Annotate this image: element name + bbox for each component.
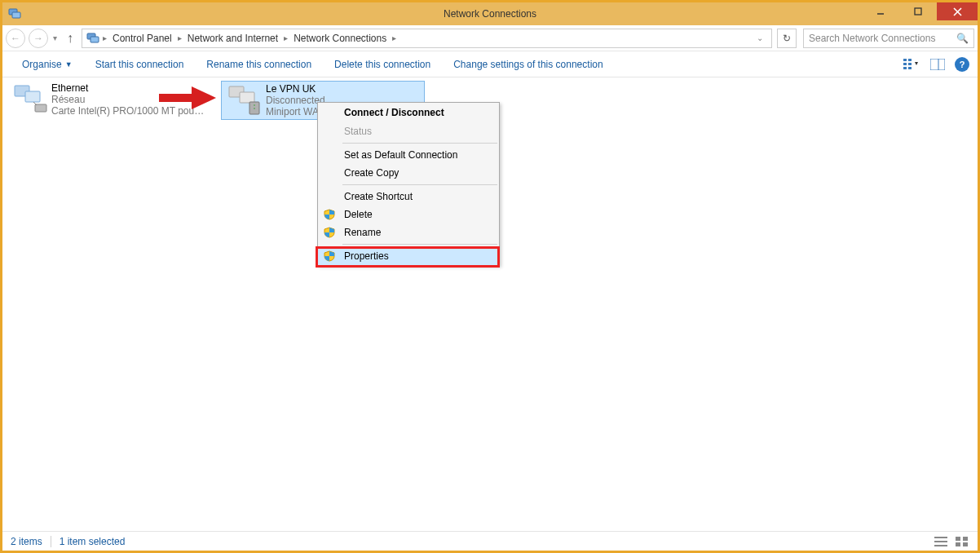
svg-rect-1	[12, 12, 20, 18]
network-folder-icon	[86, 31, 100, 46]
svg-rect-14	[930, 59, 945, 70]
breadcrumb-item[interactable]: Control Panel	[109, 33, 175, 44]
content-area[interactable]: Ethernet Réseau Carte Intel(R) PRO/1000 …	[2, 77, 978, 531]
breadcrumb-separator-icon[interactable]: ▸	[390, 33, 399, 42]
chevron-down-icon: ▼	[65, 60, 73, 69]
svg-rect-17	[25, 91, 40, 102]
context-menu-divider	[342, 244, 497, 245]
svg-rect-8	[903, 59, 907, 61]
context-menu-item-label: Delete	[344, 209, 373, 220]
svg-rect-23	[240, 92, 254, 103]
svg-rect-32	[956, 542, 960, 546]
context-menu-rename[interactable]: Rename	[318, 223, 499, 241]
svg-rect-18	[35, 104, 46, 112]
breadcrumb-item[interactable]: Network Connections	[290, 33, 390, 44]
status-bar: 2 items 1 item selected	[2, 531, 978, 551]
svg-rect-30	[956, 537, 960, 541]
context-menu-status: Status	[318, 122, 499, 140]
search-icon: 🔍	[956, 33, 969, 44]
context-menu-connect-disconnect[interactable]: Connect / Disconnect	[318, 103, 499, 122]
svg-rect-28	[934, 541, 947, 542]
search-box[interactable]: Search Network Connections 🔍	[803, 29, 974, 48]
svg-rect-29	[934, 545, 947, 546]
breadcrumb-separator-icon[interactable]: ▸	[281, 33, 290, 42]
svg-rect-13	[908, 67, 912, 69]
refresh-button[interactable]: ↻	[777, 29, 797, 48]
context-menu-item-label: Status	[344, 126, 372, 137]
window-title: Network Connections	[2, 8, 978, 20]
context-menu-item-label: Set as Default Connection	[344, 149, 457, 161]
svg-rect-27	[934, 537, 947, 538]
context-menu-item-label: Properties	[344, 250, 389, 262]
explorer-window: Network Connections ← → ▾ ↑ ▸ Control Pa…	[0, 0, 980, 553]
status-selected-count: 1 item selected	[60, 536, 126, 547]
context-menu-header-label: Connect / Disconnect	[344, 107, 444, 118]
large-icons-view-button[interactable]	[955, 535, 969, 548]
view-menu-button[interactable]	[903, 56, 920, 73]
status-item-count: 2 items	[11, 536, 42, 547]
command-bar: Organise ▼ Start this connection Rename …	[2, 51, 978, 77]
rename-connection-button[interactable]: Rename this connection	[195, 59, 323, 70]
details-view-button[interactable]	[934, 535, 948, 548]
context-menu-properties[interactable]: Properties	[318, 247, 499, 265]
organise-label: Organise	[22, 59, 62, 70]
connection-name: Le VPN UK	[266, 83, 326, 95]
context-menu-item-label: Create Copy	[344, 167, 399, 179]
ethernet-icon	[11, 82, 51, 117]
address-dropdown-icon[interactable]: ⌄	[755, 33, 765, 42]
uac-shield-icon	[323, 226, 336, 239]
minimize-button[interactable]	[862, 2, 899, 20]
rename-label: Rename this connection	[206, 59, 311, 70]
title-bar: Network Connections	[2, 2, 978, 25]
start-label: Start this connection	[95, 59, 184, 70]
up-button[interactable]: ↑	[62, 30, 78, 46]
context-menu-divider	[342, 143, 497, 144]
context-menu-item-label: Rename	[344, 227, 381, 238]
delete-connection-button[interactable]: Delete this connection	[323, 59, 442, 70]
context-menu-set-default[interactable]: Set as Default Connection	[318, 146, 499, 164]
context-menu-create-copy[interactable]: Create Copy	[318, 164, 499, 182]
back-button[interactable]: ←	[6, 29, 25, 48]
vpn-icon	[225, 83, 266, 117]
navigation-bar: ← → ▾ ↑ ▸ Control Panel ▸ Network and In…	[2, 25, 978, 51]
svg-rect-31	[963, 537, 968, 541]
svg-rect-20	[159, 94, 192, 102]
svg-rect-9	[908, 59, 912, 61]
svg-marker-21	[192, 86, 216, 109]
breadcrumb-item[interactable]: Network and Internet	[184, 33, 281, 44]
forward-button[interactable]: →	[29, 29, 48, 48]
breadcrumb-separator-icon[interactable]: ▸	[175, 33, 184, 42]
svg-point-26	[254, 108, 255, 109]
context-menu-create-shortcut[interactable]: Create Shortcut	[318, 188, 499, 206]
address-bar[interactable]: ▸ Control Panel ▸ Network and Internet ▸…	[82, 29, 772, 48]
change-settings-button[interactable]: Change settings of this connection	[442, 59, 614, 70]
status-separator	[51, 536, 51, 547]
history-dropdown-icon[interactable]: ▾	[51, 33, 59, 42]
context-menu-divider	[342, 184, 497, 185]
network-icon	[7, 7, 22, 21]
context-menu-item-label: Create Shortcut	[344, 191, 413, 202]
preview-pane-button[interactable]	[929, 56, 947, 73]
change-label: Change settings of this connection	[453, 59, 603, 70]
organise-menu[interactable]: Organise ▼	[11, 59, 84, 70]
search-placeholder: Search Network Connections	[809, 33, 956, 44]
context-menu: Connect / Disconnect Status Set as Defau…	[317, 102, 500, 266]
context-menu-delete[interactable]: Delete	[318, 206, 499, 223]
svg-rect-12	[903, 67, 907, 69]
svg-point-25	[254, 104, 255, 106]
breadcrumb-separator-icon[interactable]: ▸	[100, 33, 109, 42]
svg-rect-7	[90, 37, 99, 42]
svg-rect-11	[908, 63, 912, 65]
uac-shield-icon	[323, 250, 336, 263]
close-button[interactable]	[937, 2, 978, 20]
svg-rect-33	[963, 542, 968, 546]
svg-rect-3	[915, 8, 921, 15]
uac-shield-icon	[323, 208, 336, 221]
svg-rect-10	[903, 63, 907, 65]
maximize-button[interactable]	[899, 2, 937, 20]
help-button[interactable]: ?	[955, 57, 969, 72]
delete-label: Delete this connection	[334, 59, 430, 70]
start-connection-button[interactable]: Start this connection	[84, 59, 196, 70]
annotation-arrow-icon	[159, 86, 216, 109]
